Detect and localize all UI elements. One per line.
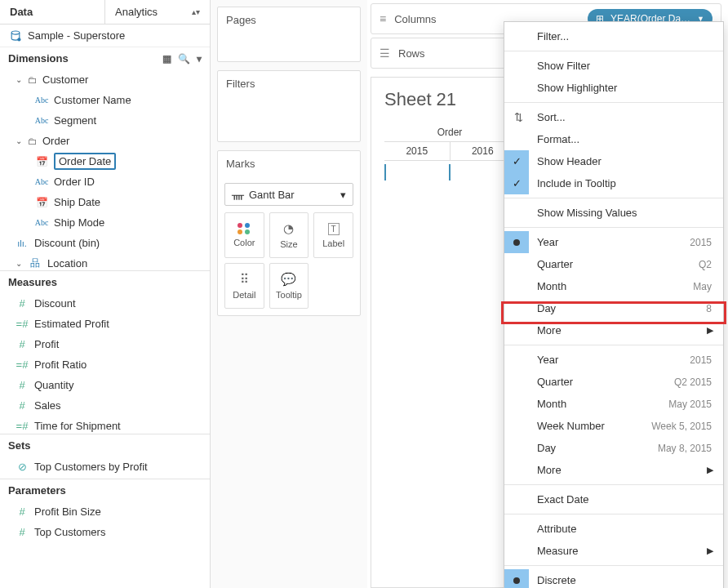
number-icon: # bbox=[15, 379, 29, 391]
text-icon: Abc bbox=[34, 177, 49, 186]
marks-detail[interactable]: ⠿Detail bbox=[224, 263, 264, 309]
field-est-profit[interactable]: =#Estimated Profit bbox=[0, 314, 210, 334]
datasource-row[interactable]: Sample - Superstore bbox=[0, 24, 210, 47]
svg-point-0 bbox=[11, 31, 20, 34]
menu-day-trunc[interactable]: DayMay 8, 2015 bbox=[504, 437, 723, 459]
check-icon: ✓ bbox=[504, 150, 529, 172]
field-ship-date[interactable]: 📅Ship Date bbox=[0, 192, 210, 212]
measures-tree: #Discount =#Estimated Profit #Profit =#P… bbox=[0, 293, 210, 432]
check-icon: ✓ bbox=[504, 172, 529, 194]
datasource-icon bbox=[10, 30, 21, 42]
label-icon: T bbox=[328, 223, 340, 235]
parameters-header: Parameters bbox=[0, 479, 210, 501]
menu-day-part[interactable]: Day8 bbox=[504, 297, 723, 319]
field-discount-bin[interactable]: ılı.Discount (bin) bbox=[0, 233, 210, 253]
menu-show-filter[interactable]: Show Filter bbox=[504, 55, 723, 77]
menu-more-1[interactable]: More▶ bbox=[504, 319, 723, 341]
rows-icon: ☰ bbox=[380, 47, 390, 60]
number-icon: # bbox=[15, 506, 29, 518]
text-icon: Abc bbox=[34, 218, 49, 227]
columns-icon: ≡ bbox=[380, 12, 386, 25]
marks-label[interactable]: TLabel bbox=[313, 212, 353, 258]
hierarchy-icon: 品 bbox=[28, 256, 42, 269]
size-icon: ◔ bbox=[283, 221, 294, 236]
set-top-customers[interactable]: ⊘Top Customers by Profit bbox=[0, 457, 210, 477]
marks-size[interactable]: ◔Size bbox=[269, 212, 309, 258]
field-profit[interactable]: #Profit bbox=[0, 334, 210, 354]
menu-quarter-trunc[interactable]: QuarterQ2 2015 bbox=[504, 371, 723, 393]
tab-data[interactable]: Data bbox=[0, 0, 104, 24]
gantt-icon: ᚄ bbox=[232, 189, 244, 201]
menu-quarter-part[interactable]: QuarterQ2 bbox=[504, 253, 723, 275]
field-order-id[interactable]: AbcOrder ID bbox=[0, 172, 210, 192]
dimensions-tree: ⌄🗀Customer AbcCustomer Name AbcSegment ⌄… bbox=[0, 69, 210, 269]
field-quantity[interactable]: #Quantity bbox=[0, 375, 210, 395]
radio-icon bbox=[504, 569, 529, 588]
menu-discrete[interactable]: Discrete bbox=[504, 569, 723, 588]
sort-icon: ▴▾ bbox=[192, 7, 200, 16]
menu-more-2[interactable]: More▶ bbox=[504, 459, 723, 481]
menu-include-tooltip[interactable]: ✓Include in Tooltip bbox=[504, 172, 723, 194]
measures-header: Measures bbox=[0, 271, 210, 293]
field-order-date[interactable]: 📅Order Date bbox=[0, 151, 210, 172]
field-profit-ratio[interactable]: =#Profit Ratio bbox=[0, 354, 210, 375]
menu-show-header[interactable]: ✓Show Header bbox=[504, 150, 723, 172]
menu-format[interactable]: Format... bbox=[504, 128, 723, 150]
svg-point-1 bbox=[17, 38, 20, 41]
folder-order[interactable]: ⌄🗀Order bbox=[0, 131, 210, 151]
text-icon: Abc bbox=[34, 116, 49, 125]
menu-month-trunc[interactable]: MonthMay 2015 bbox=[504, 393, 723, 415]
menu-icon[interactable]: ▾ bbox=[197, 53, 202, 65]
menu-show-missing[interactable]: Show Missing Values bbox=[504, 202, 723, 224]
param-profit-bin[interactable]: #Profit Bin Size bbox=[0, 501, 210, 522]
pages-card[interactable]: Pages bbox=[217, 7, 361, 62]
field-discount[interactable]: #Discount bbox=[0, 293, 210, 314]
number-icon: # bbox=[15, 526, 29, 538]
field-sales[interactable]: #Sales bbox=[0, 395, 210, 416]
filters-card[interactable]: Filters bbox=[217, 70, 361, 142]
marks-tooltip[interactable]: 💬Tooltip bbox=[269, 263, 309, 309]
menu-attribute[interactable]: Attribute bbox=[504, 518, 723, 540]
mark-type-dropdown[interactable]: ᚄGantt Bar ▾ bbox=[224, 183, 353, 206]
number-icon: =# bbox=[15, 318, 29, 330]
column-headers: 2015 2016 bbox=[384, 141, 515, 161]
menu-exact-date[interactable]: Exact Date bbox=[504, 488, 723, 510]
field-ship-mode[interactable]: AbcShip Mode bbox=[0, 212, 210, 233]
sort-icon: ⇅ bbox=[514, 111, 523, 123]
chevron-right-icon: ▶ bbox=[707, 325, 713, 336]
set-icon: ⊘ bbox=[15, 461, 29, 473]
folder-customer[interactable]: ⌄🗀Customer bbox=[0, 69, 210, 90]
dimensions-header: Dimensions ▦ 🔍 ▾ bbox=[0, 47, 210, 69]
menu-measure[interactable]: Measure▶ bbox=[504, 540, 723, 562]
date-icon: 📅 bbox=[34, 197, 49, 208]
view-icon[interactable]: ▦ bbox=[162, 53, 171, 65]
menu-show-highlighter[interactable]: Show Highlighter bbox=[504, 77, 723, 99]
menu-year-trunc[interactable]: Year2015 bbox=[504, 349, 723, 371]
sets-header: Sets bbox=[0, 434, 210, 457]
folder-icon: 🗀 bbox=[28, 136, 38, 147]
number-icon: # bbox=[15, 399, 29, 412]
number-icon: # bbox=[15, 338, 29, 350]
gantt-marks bbox=[384, 161, 515, 184]
menu-sort[interactable]: ⇅Sort... bbox=[504, 106, 723, 128]
search-icon[interactable]: 🔍 bbox=[178, 53, 190, 65]
field-time-shipment[interactable]: =#Time for Shipment bbox=[0, 416, 210, 432]
menu-week-trunc[interactable]: Week NumberWeek 5, 2015 bbox=[504, 415, 723, 437]
chevron-down-icon: ▾ bbox=[340, 189, 346, 201]
menu-month-part[interactable]: MonthMay bbox=[504, 275, 723, 297]
menu-year-part[interactable]: Year2015 bbox=[504, 231, 723, 253]
axis-title: Order bbox=[384, 127, 515, 138]
text-icon: Abc bbox=[34, 96, 49, 105]
marks-color[interactable]: Color bbox=[224, 212, 264, 258]
menu-filter[interactable]: Filter... bbox=[504, 25, 723, 47]
pill-context-menu: Filter... Show Filter Show Highlighter ⇅… bbox=[504, 21, 724, 588]
rows-label: Rows bbox=[398, 47, 425, 60]
field-segment[interactable]: AbcSegment bbox=[0, 110, 210, 131]
folder-location[interactable]: ⌄品Location bbox=[0, 253, 210, 269]
tab-analytics[interactable]: Analytics▴▾ bbox=[104, 0, 210, 24]
radio-icon bbox=[504, 231, 529, 253]
field-customer-name[interactable]: AbcCustomer Name bbox=[0, 90, 210, 110]
header-2015[interactable]: 2015 bbox=[384, 142, 450, 160]
param-top-customers[interactable]: #Top Customers bbox=[0, 522, 210, 542]
bin-icon: ılı. bbox=[15, 238, 29, 248]
